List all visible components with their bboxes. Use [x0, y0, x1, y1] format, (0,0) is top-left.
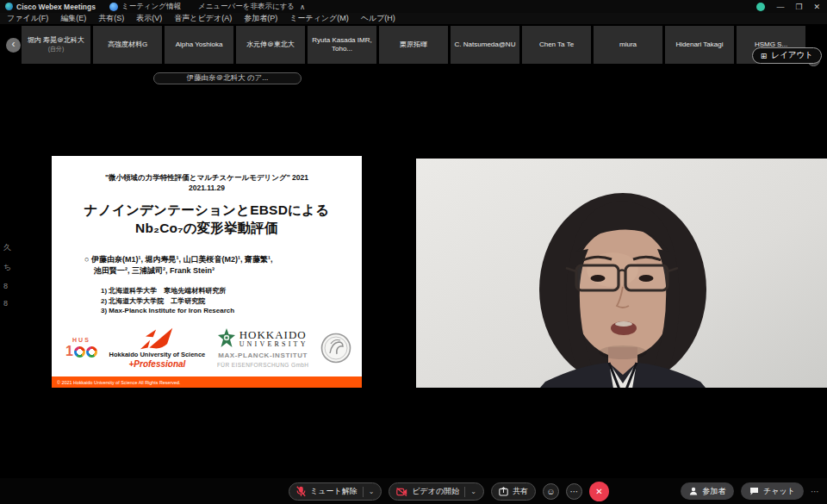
- webex-window: Cisco Webex Meetings ミーティング情報 メニューバーを非表示…: [0, 0, 827, 504]
- menu-participants[interactable]: 参加者(P): [244, 13, 277, 24]
- slide-title-line2: Nb₂Co₇の変形挙動評価: [52, 219, 362, 237]
- share-button[interactable]: 共有: [491, 482, 536, 501]
- participants-label: 参加者: [702, 486, 725, 497]
- hokudai-name-line2: UNIVERSITY: [239, 340, 308, 348]
- participant-name: miura: [619, 40, 637, 49]
- layout-label: レイアウト: [771, 50, 813, 61]
- participant-tile[interactable]: 栗原拓暉: [379, 26, 448, 64]
- menu-meeting[interactable]: ミーティング(M): [289, 13, 349, 24]
- chevron-down-icon[interactable]: ⌄: [470, 488, 476, 495]
- slide-authors: ○ 伊藤由奈(M1)¹, 堀内寿晃¹, 山口美桜音(M2)¹, 齋藤繁¹, 池田…: [84, 254, 272, 276]
- minimize-button[interactable]: —: [776, 3, 784, 11]
- menu-audio-video[interactable]: 音声とビデオ(A): [174, 13, 232, 24]
- slide-copyright: © 2021 Hokkaido University of Science Al…: [57, 380, 181, 384]
- participant-self-badge: (自分): [48, 45, 65, 53]
- slide-logo-row: HUS 1 Hokkaido University of Science +Pr…: [65, 323, 351, 373]
- participant-tile[interactable]: Alpha Yoshioka: [165, 26, 233, 64]
- hide-menubar-button[interactable]: メニューバーを非表示にする ∧: [198, 2, 305, 12]
- participant-tile-self[interactable]: 堀内 寿晃＠北科大 (自分): [22, 26, 90, 64]
- participant-tile[interactable]: C. Natsumeda@NU: [451, 26, 519, 64]
- participant-filmstrip: ‹ 堀内 寿晃＠北科大 (自分) 高強度材料G Alpha Yoshioka 水…: [0, 24, 827, 65]
- participant-name: Alpha Yoshioka: [176, 40, 223, 49]
- smiley-icon: ☺: [546, 487, 555, 496]
- slide-title: ナノインデンテーションとEBSDによる Nb₂Co₇の変形挙動評価: [52, 201, 362, 237]
- slide-conference-lines: "微小領域の力学特性評価とマルチスケールモデリング" 2021 2021.11.…: [52, 172, 362, 193]
- affiliation-3: 3) Max-Planck Institute for Iron Researc…: [101, 306, 234, 316]
- edge-glyph: ち: [3, 262, 11, 273]
- participant-tile[interactable]: miura: [594, 26, 662, 64]
- maximize-button[interactable]: ❐: [795, 3, 802, 11]
- chat-panel-button[interactable]: チャット: [741, 482, 804, 500]
- participant-name: 水元伸＠東北大: [246, 40, 295, 49]
- meeting-info-label: ミーティング情報: [121, 2, 181, 12]
- menu-view[interactable]: 表示(V): [136, 13, 162, 24]
- mpi-name-line1: MAX-PLANCK-INSTITUT: [218, 352, 308, 359]
- chevron-down-icon[interactable]: ⌄: [369, 488, 375, 495]
- avatar[interactable]: [756, 3, 765, 11]
- participant-name: C. Natsumeda@NU: [455, 40, 516, 49]
- more-options-button[interactable]: ⋯: [566, 483, 582, 500]
- meeting-info-button[interactable]: ミーティング情報: [109, 2, 181, 12]
- chat-bubble-icon: [749, 487, 759, 495]
- meeting-info-icon: [109, 3, 118, 11]
- hus-100th-logo: HUS 1: [65, 337, 97, 359]
- divider: [363, 487, 364, 497]
- conference-date: 2021.11.29: [52, 183, 362, 193]
- chat-label: チャット: [763, 486, 795, 497]
- panel-controls: 参加者 チャット ⋯: [681, 482, 820, 500]
- webcam-video: [416, 156, 827, 394]
- authors-line2: 池田賢一², 三浦誠司², Frank Stein³: [94, 265, 272, 277]
- participant-tile[interactable]: Chen Ta Te: [522, 26, 591, 64]
- menu-edit[interactable]: 編集(E): [60, 13, 86, 24]
- more-icon: ⋯: [569, 487, 578, 496]
- close-icon: ✕: [595, 487, 602, 496]
- participant-name: 堀内 寿晃＠北科大: [28, 36, 84, 45]
- menu-share[interactable]: 共有(S): [98, 13, 124, 24]
- participant-tile[interactable]: Ryuta Kasada IMR, Toho...: [308, 26, 376, 64]
- menu-file[interactable]: ファイル(F): [7, 13, 48, 24]
- slide-footer-bar: © 2021 Hokkaido University of Science Al…: [52, 376, 362, 388]
- hokudai-crest-icon: [218, 328, 235, 349]
- control-bar: ミュート解除 ⌄ ビデオの開始 ⌄ 共有: [0, 478, 827, 504]
- app-title: Cisco Webex Meetings: [5, 3, 96, 11]
- slide-title-line1: ナノインデンテーションとEBSDによる: [52, 201, 362, 219]
- affiliation-1: 1) 北海道科学大学 寒地先端材料研究所: [101, 286, 234, 296]
- share-label: 共有: [513, 486, 528, 497]
- participant-name: 高強度材料G: [108, 40, 147, 49]
- mic-muted-icon: [296, 486, 306, 497]
- leave-meeting-button[interactable]: ✕: [589, 482, 609, 501]
- reactions-button[interactable]: ☺: [543, 483, 559, 500]
- camera-off-icon: [396, 488, 407, 496]
- left-edge-artifacts: 久 ち 8 8: [3, 242, 11, 308]
- participant-tile[interactable]: 高強度材料G: [93, 26, 162, 64]
- title-bar: Cisco Webex Meetings ミーティング情報 メニューバーを非表示…: [0, 0, 827, 13]
- layout-button[interactable]: ⊞ レイアウト: [752, 47, 822, 64]
- slide-affiliations: 1) 北海道科学大学 寒地先端材料研究所 2) 北海道大学大学院 工学研究院 3…: [101, 286, 234, 316]
- unmute-button[interactable]: ミュート解除 ⌄: [289, 482, 382, 501]
- window-controls: — ❐ ✕: [756, 3, 820, 11]
- minerva-medallion-icon: [320, 333, 351, 364]
- hide-menubar-label: メニューバーを非表示にする: [198, 2, 295, 12]
- more-panels-icon[interactable]: ⋯: [811, 487, 820, 496]
- share-screen-icon: [499, 487, 508, 496]
- hus-logo: Hokkaido University of Science +Professi…: [109, 327, 206, 369]
- filmstrip-prev-button[interactable]: ‹: [6, 38, 21, 53]
- hus-100-ring-icon: [74, 346, 85, 358]
- unmute-label: ミュート解除: [310, 486, 358, 497]
- divider: [464, 487, 465, 497]
- participant-name: Ryuta Kasada IMR, Toho...: [309, 36, 375, 53]
- start-video-label: ビデオの開始: [412, 486, 459, 497]
- participants-panel-button[interactable]: 参加者: [681, 482, 734, 500]
- edge-glyph: 8: [3, 299, 11, 308]
- close-button[interactable]: ✕: [813, 3, 820, 11]
- authors-line1: ○ 伊藤由奈(M1)¹, 堀内寿晃¹, 山口美桜音(M2)¹, 齋藤繁¹,: [84, 254, 272, 265]
- affiliation-2: 2) 北海道大学大学院 工学研究院: [101, 296, 234, 307]
- start-video-button[interactable]: ビデオの開始 ⌄: [389, 482, 484, 501]
- sharing-banner[interactable]: 伊藤由奈＠北科大 のア...: [153, 72, 302, 84]
- participant-tile[interactable]: Hidenari Takagi: [665, 26, 734, 64]
- participant-name: Hidenari Takagi: [676, 40, 724, 49]
- hus-100-ring-icon: [86, 346, 97, 358]
- participant-tile[interactable]: 水元伸＠東北大: [236, 26, 305, 64]
- participant-name: Chen Ta Te: [539, 40, 574, 49]
- menu-help[interactable]: ヘルプ(H): [361, 13, 395, 24]
